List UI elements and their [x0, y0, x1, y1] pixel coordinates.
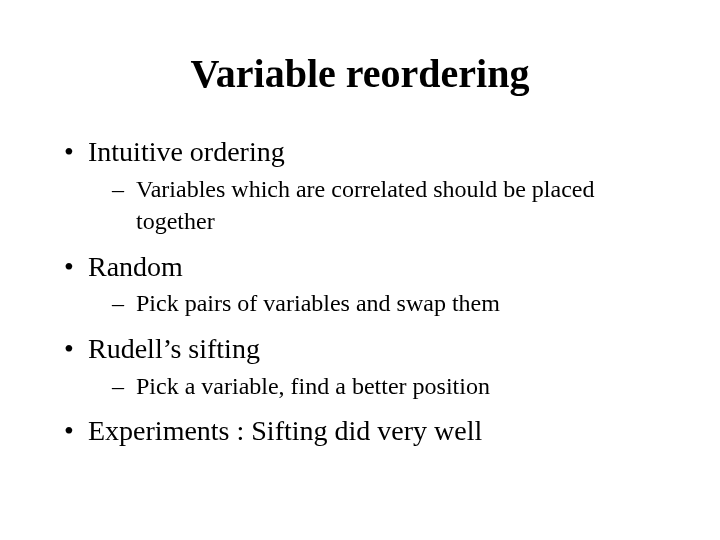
sub-list: Variables which are correlated should be… [88, 173, 660, 238]
bullet-item: Intuitive ordering Variables which are c… [60, 133, 660, 238]
bullet-item: Random Pick pairs of variables and swap … [60, 248, 660, 320]
sub-item: Pick pairs of variables and swap them [88, 287, 660, 319]
slide-title: Variable reordering [60, 50, 660, 97]
bullet-list: Intuitive ordering Variables which are c… [60, 133, 660, 450]
bullet-label: Rudell’s sifting [88, 333, 260, 364]
sub-label: Pick pairs of variables and swap them [136, 290, 500, 316]
sub-list: Pick a variable, find a better position [88, 370, 660, 402]
sub-item: Pick a variable, find a better position [88, 370, 660, 402]
sub-list: Pick pairs of variables and swap them [88, 287, 660, 319]
sub-item: Variables which are correlated should be… [88, 173, 660, 238]
sub-label: Variables which are correlated should be… [136, 176, 594, 234]
bullet-label: Experiments : Sifting did very well [88, 415, 482, 446]
bullet-item: Rudell’s sifting Pick a variable, find a… [60, 330, 660, 402]
bullet-item: Experiments : Sifting did very well [60, 412, 660, 450]
bullet-label: Intuitive ordering [88, 136, 285, 167]
sub-label: Pick a variable, find a better position [136, 373, 490, 399]
slide: Variable reordering Intuitive ordering V… [0, 0, 720, 540]
bullet-label: Random [88, 251, 183, 282]
